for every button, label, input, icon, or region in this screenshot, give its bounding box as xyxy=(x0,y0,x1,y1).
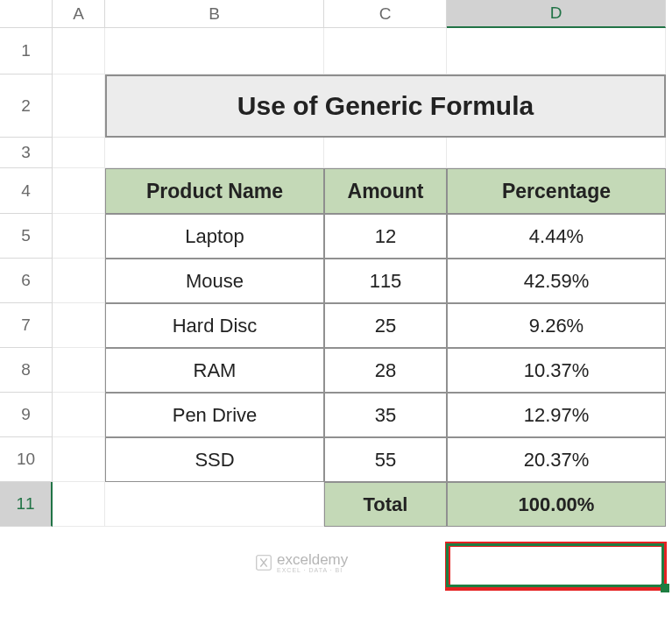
row-header-5[interactable]: 5 xyxy=(0,214,53,259)
cell-A8[interactable] xyxy=(53,348,105,393)
select-all-corner[interactable] xyxy=(0,0,53,28)
cell-B1[interactable] xyxy=(105,28,324,74)
fill-handle[interactable] xyxy=(661,584,669,592)
cell-product-3[interactable]: RAM xyxy=(105,348,324,393)
watermark-sub: EXCEL · DATA · BI xyxy=(277,567,348,573)
row-header-4[interactable]: 4 xyxy=(0,168,53,214)
row-header-2[interactable]: 2 xyxy=(0,74,53,138)
col-header-D[interactable]: D xyxy=(447,0,666,28)
row-header-7[interactable]: 7 xyxy=(0,303,53,348)
row-header-1[interactable]: 1 xyxy=(0,28,53,74)
cell-amount-1[interactable]: 115 xyxy=(324,259,447,303)
cell-B3[interactable] xyxy=(105,138,324,168)
cell-A10[interactable] xyxy=(53,437,105,482)
cell-C1[interactable] xyxy=(324,28,447,74)
total-label[interactable]: Total xyxy=(324,482,447,527)
watermark: exceldemy EXCEL · DATA · BI xyxy=(254,551,348,573)
header-product[interactable]: Product Name xyxy=(105,168,324,214)
cell-amount-0[interactable]: 12 xyxy=(324,214,447,259)
cell-A7[interactable] xyxy=(53,303,105,348)
row-header-11[interactable]: 11 xyxy=(0,482,53,527)
cell-A1[interactable] xyxy=(53,28,105,74)
row-header-9[interactable]: 9 xyxy=(0,393,53,437)
cell-A4[interactable] xyxy=(53,168,105,214)
cell-C3[interactable] xyxy=(324,138,447,168)
spreadsheet-grid[interactable]: A B C D 1 2 3 4 5 6 7 8 9 10 11 Use of G… xyxy=(0,0,672,527)
cell-product-5[interactable]: SSD xyxy=(105,437,324,482)
cell-percentage-3[interactable]: 10.37% xyxy=(447,348,666,393)
col-header-A[interactable]: A xyxy=(53,0,105,28)
excel-icon xyxy=(254,553,273,572)
row-header-6[interactable]: 6 xyxy=(0,259,53,303)
cell-product-1[interactable]: Mouse xyxy=(105,259,324,303)
col-header-C[interactable]: C xyxy=(324,0,447,28)
cell-percentage-2[interactable]: 9.26% xyxy=(447,303,666,348)
row-header-3[interactable]: 3 xyxy=(0,138,53,168)
active-cell-selection xyxy=(446,543,664,587)
cell-percentage-4[interactable]: 12.97% xyxy=(447,393,666,437)
cell-amount-3[interactable]: 28 xyxy=(324,348,447,393)
cell-A11[interactable] xyxy=(53,482,105,527)
cell-A6[interactable] xyxy=(53,259,105,303)
header-percentage[interactable]: Percentage xyxy=(447,168,666,214)
cell-product-4[interactable]: Pen Drive xyxy=(105,393,324,437)
cell-D1[interactable] xyxy=(447,28,666,74)
cell-percentage-1[interactable]: 42.59% xyxy=(447,259,666,303)
cell-A2[interactable] xyxy=(53,74,105,138)
row-header-10[interactable]: 10 xyxy=(0,437,53,482)
cell-A3[interactable] xyxy=(53,138,105,168)
cell-A9[interactable] xyxy=(53,393,105,437)
row-header-8[interactable]: 8 xyxy=(0,348,53,393)
col-header-B[interactable]: B xyxy=(105,0,324,28)
cell-amount-5[interactable]: 55 xyxy=(324,437,447,482)
cell-percentage-0[interactable]: 4.44% xyxy=(447,214,666,259)
cell-product-0[interactable]: Laptop xyxy=(105,214,324,259)
header-amount[interactable]: Amount xyxy=(324,168,447,214)
cell-B11[interactable] xyxy=(105,482,324,527)
title-cell[interactable]: Use of Generic Formula xyxy=(105,74,666,138)
annotation-highlight xyxy=(445,542,667,591)
cell-A5[interactable] xyxy=(53,214,105,259)
cell-amount-2[interactable]: 25 xyxy=(324,303,447,348)
cell-product-2[interactable]: Hard Disc xyxy=(105,303,324,348)
cell-D3[interactable] xyxy=(447,138,666,168)
cell-amount-4[interactable]: 35 xyxy=(324,393,447,437)
total-value[interactable]: 100.00% xyxy=(447,482,666,527)
cell-percentage-5[interactable]: 20.37% xyxy=(447,437,666,482)
watermark-name: exceldemy xyxy=(277,551,348,569)
